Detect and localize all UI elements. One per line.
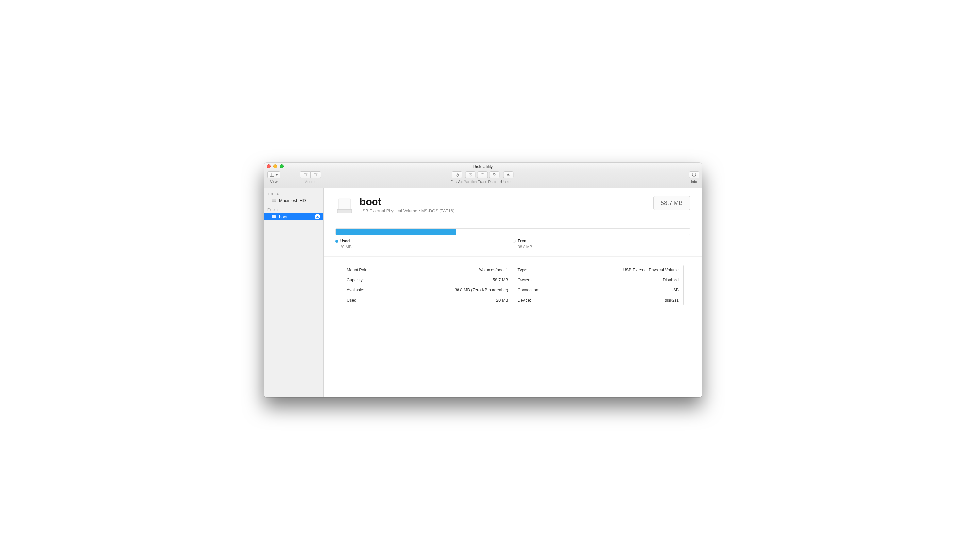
detail-row: Device:disk2s1 [513,296,683,305]
svg-point-7 [458,175,459,176]
erase-button[interactable] [477,171,488,178]
unmount-button[interactable] [503,171,513,178]
restore-button[interactable] [489,171,499,178]
view-mode-button[interactable] [267,171,280,178]
usage-bar [335,228,690,235]
details-section: Mount Point:/Volumes/boot 1Capacity:58.7… [324,257,702,313]
used-value: 20 MB [340,245,513,249]
svg-rect-9 [481,174,484,176]
eject-button[interactable] [315,214,320,219]
erase-label: Erase [478,180,487,184]
titlebar: Disk Utility [264,163,702,170]
detail-value: Disabled [663,278,679,282]
view-label: View [270,180,278,184]
used-dot-icon [335,240,338,243]
detail-key: Type: [518,268,528,272]
svg-rect-13 [694,174,694,176]
first-aid-button[interactable] [452,171,462,178]
free-dot-icon [513,240,516,243]
detail-key: Mount Point: [347,268,370,272]
detail-key: Connection: [518,288,539,292]
detail-value: 38.8 MB (Zero KB purgeable) [455,288,508,292]
partition-button[interactable] [465,171,475,178]
detail-row: Connection:USB [513,285,683,296]
detail-row: Used:20 MB [342,296,513,305]
minimize-window-button[interactable] [273,164,277,168]
external-disk-icon [271,214,276,219]
detail-value: USB External Physical Volume [623,268,679,272]
detail-row: Available:38.8 MB (Zero KB purgeable) [342,285,513,296]
volume-subtitle: USB External Physical Volume • MS-DOS (F… [360,209,454,213]
detail-key: Device: [518,298,531,302]
usage-bar-used [336,229,456,235]
detail-key: Capacity: [347,278,364,282]
restore-label: Restore [488,180,501,184]
free-label: Free [518,239,526,243]
partition-label: Partition [464,180,477,184]
detail-value: 20 MB [496,298,508,302]
sidebar-item-label: boot [279,214,287,219]
sidebar-header-external: External [264,207,323,213]
info-icon [692,172,697,177]
free-value: 38.8 MB [518,245,690,249]
window-controls [267,164,284,168]
sidebar-item-macintosh-hd[interactable]: Macintosh HD [264,197,323,204]
minus-volume-icon [314,172,318,177]
volume-icon [335,196,353,214]
svg-rect-10 [507,176,510,176]
volume-size-badge: 58.7 MB [653,196,690,210]
erase-icon [480,172,485,177]
plus-volume-icon [303,172,308,177]
sidebar: Internal Macintosh HD External boot [264,188,324,397]
detail-row: Owners:Disabled [513,275,683,285]
svg-rect-18 [338,198,350,210]
details-table: Mount Point:/Volumes/boot 1Capacity:58.7… [342,264,683,305]
hard-disk-icon [271,198,276,203]
toolbar: View Volume First Aid [264,170,702,188]
svg-point-12 [694,174,695,174]
first-aid-label: First Aid [450,180,463,184]
window-title: Disk Utility [473,164,493,169]
sidebar-layout-icon [269,172,274,177]
svg-rect-20 [337,209,352,210]
svg-rect-0 [270,173,274,177]
sidebar-item-label: Macintosh HD [279,198,306,203]
info-button[interactable] [689,171,699,178]
detail-value: /Volumes/boot 1 [479,268,508,272]
detail-value: USB [670,288,679,292]
sidebar-header-internal: Internal [264,190,323,197]
info-label: Info [691,180,697,184]
unmount-label: Unmount [501,180,516,184]
volume-header: boot USB External Physical Volume • MS-D… [324,188,702,221]
svg-point-17 [275,216,276,217]
zoom-window-button[interactable] [280,164,284,168]
sidebar-item-boot[interactable]: boot [264,213,323,220]
app-window: Disk Utility View Volume [264,163,702,397]
volume-label: Volume [305,180,317,184]
restore-icon [492,172,497,177]
volume-name: boot [360,196,454,208]
add-volume-button[interactable] [300,171,310,178]
svg-point-15 [275,200,276,200]
detail-row: Type:USB External Physical Volume [513,265,683,275]
eject-icon [506,172,511,177]
detail-row: Mount Point:/Volumes/boot 1 [342,265,513,275]
detail-value: 58.7 MB [493,278,508,282]
detail-row: Capacity:58.7 MB [342,275,513,285]
stethoscope-icon [455,172,459,177]
detail-value: disk2s1 [665,298,679,302]
used-label: Used [340,239,350,243]
detail-key: Owners: [518,278,533,282]
remove-volume-button[interactable] [310,171,321,178]
close-window-button[interactable] [267,164,271,168]
detail-key: Used: [347,298,358,302]
detail-key: Available: [347,288,365,292]
pie-icon [468,172,473,177]
usage-section: Used 20 MB Free 38.8 MB [324,221,702,257]
main-content: boot USB External Physical Volume • MS-D… [324,188,702,397]
